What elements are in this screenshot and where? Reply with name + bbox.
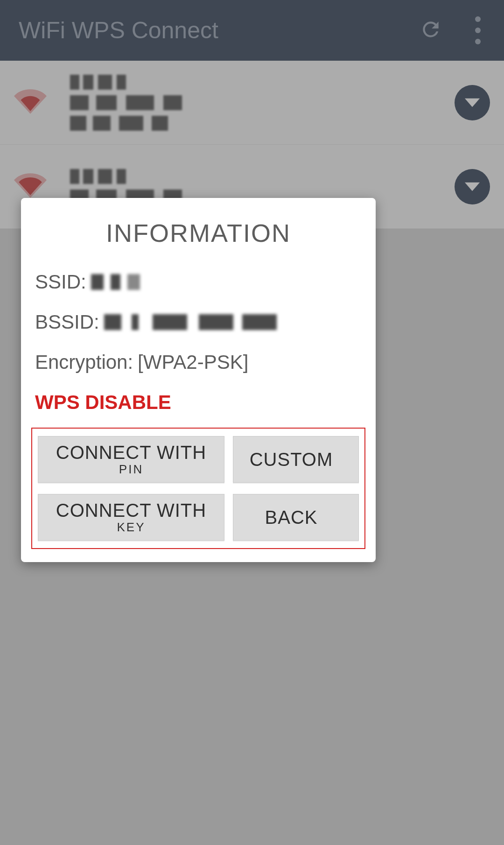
button-label: CONNECT WITH <box>56 443 206 462</box>
ssid-label: SSID: <box>35 271 86 293</box>
encryption-label: Encryption: <box>35 351 133 373</box>
custom-pin-button[interactable]: CUSTOM <box>233 436 359 483</box>
button-sublabel: PIN <box>119 463 143 476</box>
ssid-value-redacted <box>91 274 161 290</box>
ssid-row: SSID: <box>35 271 362 293</box>
button-label: BACK <box>265 507 318 527</box>
dialog-title: INFORMATION <box>21 198 376 271</box>
bssid-label: BSSID: <box>35 311 99 333</box>
button-sublabel: KEY <box>117 521 145 534</box>
bssid-row: BSSID: <box>35 311 362 333</box>
connect-with-key-button[interactable]: CONNECT WITH KEY <box>38 494 224 541</box>
encryption-value: [WPA2-PSK] <box>138 351 248 373</box>
button-label: CUSTOM <box>250 450 333 469</box>
dialog-button-group: CONNECT WITH PIN CUSTOM CONNECT WITH KEY… <box>31 428 365 549</box>
encryption-row: Encryption: [WPA2-PSK] <box>35 351 362 373</box>
dialog-body: SSID: BSSID: Encryption: [WPA2-PSK] WPS … <box>21 271 376 414</box>
back-button[interactable]: BACK <box>233 494 359 541</box>
information-dialog: INFORMATION SSID: BSSID: Encryption: [WP… <box>21 198 376 562</box>
wps-status: WPS DISABLE <box>35 391 362 414</box>
button-label: CONNECT WITH <box>56 500 206 520</box>
bssid-value-redacted <box>104 314 277 330</box>
connect-with-pin-button[interactable]: CONNECT WITH PIN <box>38 436 224 483</box>
